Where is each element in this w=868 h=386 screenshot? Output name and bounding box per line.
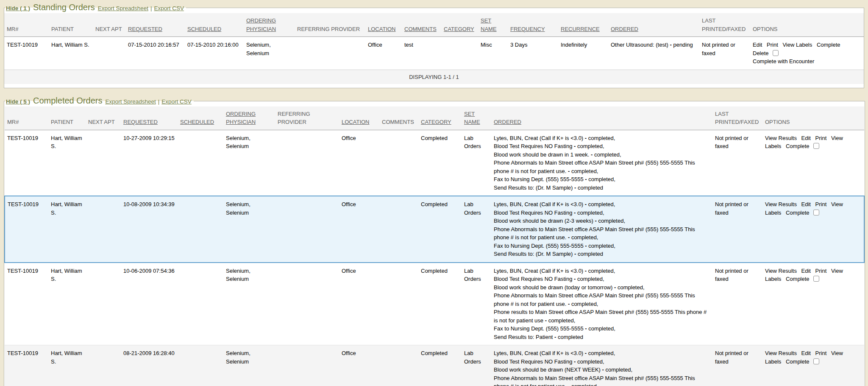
option-with-checkbox: Complete: [786, 358, 819, 365]
cell-mr: TEST-10019: [5, 130, 48, 196]
column-header-label: REFERRING PROVIDER: [278, 111, 310, 126]
cell-options: View Results Edit Print View Labels Comp…: [762, 345, 864, 386]
order-select-checkbox[interactable]: [813, 210, 819, 215]
option-complete-link[interactable]: Complete: [786, 358, 810, 365]
cell-requested: 10-27-2009 10:29:15: [121, 130, 178, 196]
completed-export-spreadsheet-link[interactable]: Export Spreadsheet: [105, 98, 156, 105]
cell-ordering-physician: Selenium, Selenium: [223, 263, 275, 345]
column-header-next-apt: NEXT APT: [93, 13, 125, 37]
standing-export-spreadsheet-link[interactable]: Export Spreadsheet: [98, 5, 148, 11]
column-header-label[interactable]: REQUESTED: [128, 26, 162, 32]
column-header-label[interactable]: RECURRENCE: [561, 26, 600, 32]
column-header-comments[interactable]: COMMENTS: [402, 13, 441, 37]
option-view-labels-link[interactable]: View Labels: [782, 42, 812, 48]
option-print-link[interactable]: Print: [815, 201, 827, 207]
cell-requested: 08-21-2009 16:28:40: [121, 345, 178, 386]
option-print-link[interactable]: Print: [815, 350, 827, 356]
cell-requested: 10-08-2009 10:34:39: [121, 196, 178, 263]
option-print-link[interactable]: Print: [767, 42, 778, 48]
column-header-scheduled[interactable]: SCHEDULED: [178, 106, 223, 130]
order-select-checkbox[interactable]: [813, 358, 819, 364]
completed-order-row[interactable]: TEST-10019Hart, William S.08-21-2009 16:…: [5, 345, 864, 386]
column-header-label[interactable]: ORDERING PHYSICIAN: [246, 17, 276, 32]
column-header-location[interactable]: LOCATION: [339, 106, 379, 130]
standing-orders-hide-link[interactable]: Hide ( 1 ): [6, 5, 30, 11]
option-complete-link[interactable]: Complete: [786, 276, 810, 282]
option-edit-link[interactable]: Edit: [753, 42, 762, 48]
column-header-label[interactable]: CATEGORY: [421, 119, 451, 125]
column-header-ordering-physician[interactable]: ORDERING PHYSICIAN: [223, 106, 275, 130]
column-header-label[interactable]: ORDERED: [611, 26, 638, 32]
standing-export-csv-link[interactable]: Export CSV: [154, 5, 184, 11]
completed-export-csv-link[interactable]: Export CSV: [161, 98, 192, 105]
cell-scheduled: [178, 263, 223, 345]
option-print-link[interactable]: Print: [815, 268, 827, 274]
option-complete-link[interactable]: Complete: [786, 210, 810, 216]
ordered-item: Other Ultrasound: (test) - pending: [611, 41, 697, 49]
column-header-label[interactable]: COMMENTS: [404, 26, 437, 32]
column-header-ordering-physician[interactable]: ORDERING PHYSICIAN: [244, 13, 295, 37]
option-edit-link[interactable]: Edit: [801, 350, 811, 356]
column-header-referring-provider: REFERRING PROVIDER: [275, 106, 339, 130]
column-header-label[interactable]: LOCATION: [368, 26, 396, 32]
column-header-label[interactable]: ORDERED: [494, 119, 521, 125]
ordered-item: Blood Test Requires NO Fasting - complet…: [494, 275, 710, 283]
option-edit-link[interactable]: Edit: [801, 268, 811, 274]
column-header-label[interactable]: CATEGORY: [444, 26, 474, 32]
column-header-recurrence[interactable]: RECURRENCE: [558, 13, 608, 37]
option-delete-link[interactable]: Delete: [753, 50, 769, 56]
cell-last-printed-faxed: Not printed or faxed: [712, 196, 762, 263]
order-select-checkbox[interactable]: [813, 276, 819, 282]
cell-location: Office: [339, 263, 379, 345]
option-view-results-link[interactable]: View Results: [765, 201, 797, 207]
column-header-set-name[interactable]: SET NAME: [462, 106, 491, 130]
column-header-label[interactable]: SCHEDULED: [180, 119, 214, 125]
cell-comments: [379, 130, 418, 196]
option-complete-link[interactable]: Complete: [817, 42, 840, 48]
column-header-label[interactable]: SCHEDULED: [187, 26, 221, 32]
column-header-label[interactable]: FREQUENCY: [510, 26, 545, 32]
cell-ordering-physician: Selenium, Selenium: [244, 37, 295, 70]
option-view-results-link[interactable]: View Results: [765, 268, 797, 274]
column-header-ordered[interactable]: ORDERED: [608, 13, 699, 37]
column-header-ordered[interactable]: ORDERED: [491, 106, 712, 130]
column-header-label[interactable]: LOCATION: [342, 119, 370, 125]
column-header-requested[interactable]: REQUESTED: [125, 13, 185, 37]
completed-orders-hide-link[interactable]: Hide ( 5 ): [6, 98, 30, 105]
cell-ordered: Lytes, BUN, Creat (Call if K+ is <3.0) -…: [491, 196, 712, 263]
completed-order-row[interactable]: TEST-10019Hart, William S.10-27-2009 10:…: [5, 130, 864, 196]
ordered-item: Blood Test Requires NO Fasting - complet…: [494, 142, 710, 151]
column-header-label[interactable]: ORDERING PHYSICIAN: [226, 111, 256, 126]
cell-category: Completed: [418, 263, 462, 345]
option-view-results-link[interactable]: View Results: [765, 135, 797, 141]
option-edit-link[interactable]: Edit: [801, 135, 811, 141]
column-header-label[interactable]: REQUESTED: [123, 119, 158, 125]
option-edit-link[interactable]: Edit: [801, 201, 811, 207]
option-print-link[interactable]: Print: [815, 135, 827, 141]
column-header-referring-provider: REFERRING PROVIDER: [295, 13, 365, 37]
column-header-label[interactable]: SET NAME: [464, 111, 480, 126]
option-complete-with-encounter-link[interactable]: Complete with Encounter: [753, 58, 814, 64]
column-header-set-name[interactable]: SET NAME: [478, 13, 508, 37]
column-header-requested[interactable]: REQUESTED: [121, 106, 178, 130]
status-dash: -: [585, 268, 587, 274]
column-header-scheduled[interactable]: SCHEDULED: [185, 13, 244, 37]
column-header-label: COMMENTS: [382, 119, 414, 125]
column-header-frequency[interactable]: FREQUENCY: [508, 13, 558, 37]
option-view-results-link[interactable]: View Results: [765, 350, 797, 356]
column-header-category[interactable]: CATEGORY: [418, 106, 462, 130]
column-header-location[interactable]: LOCATION: [365, 13, 402, 37]
completed-order-row[interactable]: TEST-10019Hart, William S.10-06-2009 07:…: [5, 263, 864, 345]
cell-frequency: 3 Days: [508, 37, 558, 70]
option-complete-link[interactable]: Complete: [786, 143, 810, 149]
column-header-label[interactable]: SET NAME: [481, 17, 497, 32]
completed-order-row[interactable]: TEST-10019Hart, William S.10-08-2009 10:…: [5, 196, 864, 263]
standing-orders-title: Standing Orders: [33, 3, 95, 12]
column-header-category[interactable]: CATEGORY: [441, 13, 478, 37]
order-select-checkbox[interactable]: [773, 50, 779, 56]
header-row: MR#PATIENTNEXT APTREQUESTEDSCHEDULEDORDE…: [5, 106, 864, 130]
option-with-checkbox: Delete: [753, 50, 779, 56]
standing-orders-legend: Hide ( 1 )Standing OrdersExport Spreadsh…: [5, 3, 186, 13]
order-select-checkbox[interactable]: [813, 143, 819, 149]
standing-order-row[interactable]: TEST-10019Hart, William S.07-15-2010 20:…: [4, 37, 864, 70]
